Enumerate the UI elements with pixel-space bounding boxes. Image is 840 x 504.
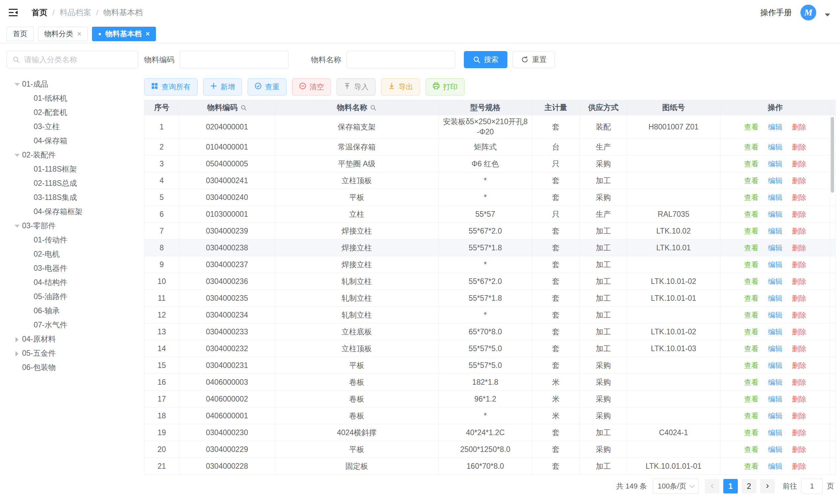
- tree-child-node[interactable]: 07-水气件: [6, 318, 138, 332]
- delete-link[interactable]: 删除: [792, 123, 806, 131]
- delete-link[interactable]: 删除: [792, 412, 806, 420]
- view-link[interactable]: 查看: [744, 328, 758, 336]
- tree-child-node[interactable]: 04-保存箱: [6, 134, 138, 148]
- column-search-icon[interactable]: [240, 104, 247, 111]
- view-link[interactable]: 查看: [744, 294, 758, 302]
- view-link[interactable]: 查看: [744, 244, 758, 252]
- manual-link[interactable]: 操作手册: [760, 7, 792, 18]
- view-link[interactable]: 查看: [744, 429, 758, 437]
- edit-link[interactable]: 编辑: [768, 210, 783, 218]
- table-row[interactable]: 7 0304000239 焊接立柱 55*67*2.0 套 加工 LTK.10.…: [144, 223, 836, 239]
- code-filter-input[interactable]: [180, 51, 288, 69]
- delete-link[interactable]: 删除: [792, 210, 806, 218]
- table-row[interactable]: 11 0304000235 轧制立柱 55*57*1.8 套 加工 LTK.10…: [144, 290, 836, 307]
- edit-link[interactable]: 编辑: [768, 177, 783, 185]
- col-name[interactable]: 物料名称: [275, 100, 439, 115]
- table-row[interactable]: 19 0304000230 4024横斜撑 40*24*1.2C 套 加工 C4…: [144, 424, 836, 441]
- view-link[interactable]: 查看: [744, 177, 758, 185]
- page-size-select[interactable]: 100条/页: [653, 479, 699, 494]
- edit-link[interactable]: 编辑: [768, 445, 783, 454]
- page-button-1[interactable]: 1: [723, 479, 738, 493]
- table-row[interactable]: 18 0406000001 卷板 * 米 采购 查看 编辑 删除: [144, 408, 836, 424]
- avatar[interactable]: M: [801, 5, 816, 20]
- edit-link[interactable]: 编辑: [768, 143, 783, 151]
- view-link[interactable]: 查看: [744, 378, 758, 386]
- delete-link[interactable]: 删除: [792, 244, 806, 252]
- view-link[interactable]: 查看: [744, 361, 758, 370]
- clear-button[interactable]: 清空: [292, 78, 331, 95]
- export-button[interactable]: 导出: [381, 78, 420, 95]
- view-link[interactable]: 查看: [744, 193, 758, 202]
- view-link[interactable]: 查看: [744, 277, 758, 286]
- next-page-button[interactable]: ›: [760, 479, 775, 493]
- edit-link[interactable]: 编辑: [768, 260, 783, 269]
- add-button[interactable]: 新增: [203, 78, 242, 95]
- tree-child-node[interactable]: 04-结构件: [6, 275, 138, 290]
- delete-link[interactable]: 删除: [792, 395, 806, 403]
- edit-link[interactable]: 编辑: [768, 328, 783, 336]
- tree-child-node[interactable]: 05-油路件: [6, 290, 138, 304]
- edit-link[interactable]: 编辑: [768, 193, 783, 202]
- collapse-menu-icon[interactable]: [6, 6, 20, 19]
- category-search-input[interactable]: [24, 55, 133, 64]
- delete-link[interactable]: 删除: [792, 429, 806, 437]
- view-link[interactable]: 查看: [744, 412, 758, 420]
- view-link[interactable]: 查看: [744, 160, 758, 168]
- table-row[interactable]: 12 0304000234 轧制立柱 * 套 加工 查看 编辑 删除: [144, 307, 836, 323]
- delete-link[interactable]: 删除: [792, 462, 806, 470]
- caret-right-icon[interactable]: [15, 337, 19, 342]
- table-row[interactable]: 15 0304000231 平板 55*57*5.0 套 采购 查看 编辑 删除: [144, 357, 836, 374]
- close-icon[interactable]: ×: [146, 30, 150, 38]
- tree-node[interactable]: 06-包装物: [6, 360, 138, 375]
- delete-link[interactable]: 删除: [792, 378, 806, 386]
- edit-link[interactable]: 编辑: [768, 412, 783, 420]
- edit-link[interactable]: 编辑: [768, 378, 783, 386]
- table-row[interactable]: 2 0104000001 常温保存箱 矩阵式 台 生产 查看 编辑 删除: [144, 139, 836, 156]
- user-menu-caret-icon[interactable]: [825, 14, 830, 16]
- edit-link[interactable]: 编辑: [768, 227, 783, 235]
- close-icon[interactable]: ×: [77, 30, 82, 38]
- edit-link[interactable]: 编辑: [768, 311, 783, 319]
- edit-link[interactable]: 编辑: [768, 244, 783, 252]
- reset-button[interactable]: 重置: [513, 51, 555, 68]
- delete-link[interactable]: 删除: [792, 294, 806, 302]
- col-code[interactable]: 物料编码: [179, 100, 275, 115]
- tree-child-node[interactable]: 01-纸杯机: [6, 91, 138, 105]
- caret-down-icon[interactable]: [15, 224, 19, 228]
- print-button[interactable]: 打印: [425, 78, 465, 95]
- tree-child-node[interactable]: 03-电器件: [6, 261, 138, 275]
- tree-node[interactable]: 05-五金件: [6, 346, 138, 360]
- vertical-scrollbar[interactable]: [831, 117, 834, 193]
- tab-material-master[interactable]: ● 物料基本档 ×: [92, 27, 156, 41]
- caret-right-icon[interactable]: [15, 351, 19, 356]
- edit-link[interactable]: 编辑: [768, 361, 783, 370]
- view-link[interactable]: 查看: [744, 227, 758, 235]
- search-button[interactable]: 搜索: [464, 51, 507, 68]
- check-duplicate-button[interactable]: 查重: [248, 78, 286, 95]
- table-row[interactable]: 21 0304000228 固定板 160*70*8.0 套 加工 LTK.10…: [144, 458, 836, 475]
- table-row[interactable]: 20 0304000229 平板 2500*1250*8.0 套 采购 查看 编…: [144, 441, 836, 458]
- view-link[interactable]: 查看: [744, 345, 758, 353]
- tree-child-node[interactable]: 02-配套机: [6, 105, 138, 120]
- table-row[interactable]: 8 0304000238 焊接立柱 55*57*1.8 套 加工 LTK.10.…: [144, 239, 836, 256]
- name-filter-input[interactable]: [347, 51, 455, 69]
- table-row[interactable]: 4 0304000241 立柱顶板 * 套 加工 查看 编辑 删除: [144, 172, 836, 189]
- table-row[interactable]: 10 0304000236 轧制立柱 55*67*2.0 套 加工 LTK.10…: [144, 273, 836, 290]
- caret-down-icon[interactable]: [15, 153, 19, 158]
- edit-link[interactable]: 编辑: [768, 160, 783, 168]
- view-link[interactable]: 查看: [744, 462, 758, 470]
- view-link[interactable]: 查看: [744, 395, 758, 403]
- tree-node[interactable]: 02-装配件: [6, 148, 138, 162]
- delete-link[interactable]: 删除: [792, 277, 806, 286]
- column-search-icon[interactable]: [370, 104, 377, 111]
- edit-link[interactable]: 编辑: [768, 277, 783, 286]
- view-link[interactable]: 查看: [744, 311, 758, 319]
- delete-link[interactable]: 删除: [792, 345, 806, 353]
- import-button[interactable]: 导入: [337, 78, 375, 95]
- tree-child-node[interactable]: 01-传动件: [6, 233, 138, 247]
- view-link[interactable]: 查看: [744, 210, 758, 218]
- table-row[interactable]: 14 0304000232 立柱顶板 55*57*5.0 套 加工 LTK.10…: [144, 340, 836, 357]
- query-all-button[interactable]: 查询所有: [144, 78, 197, 95]
- edit-link[interactable]: 编辑: [768, 294, 783, 302]
- page-button-2[interactable]: 2: [742, 479, 756, 493]
